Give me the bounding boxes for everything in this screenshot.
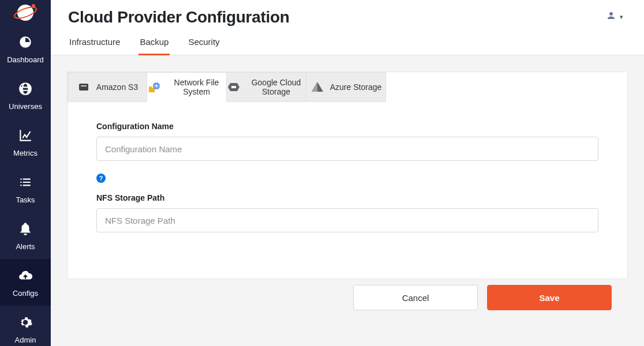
form-group-nfs-path: NFS Storage Path xyxy=(96,193,598,232)
subtab-infrastructure[interactable]: Infrastructure xyxy=(68,37,121,55)
svg-rect-7 xyxy=(81,85,87,86)
svg-rect-9 xyxy=(149,86,152,88)
content-area: Amazon S3 Network File System xyxy=(51,55,644,346)
subtab-label: Security xyxy=(188,37,219,47)
config-card: Amazon S3 Network File System xyxy=(67,72,628,279)
cancel-button[interactable]: Cancel xyxy=(353,285,478,310)
chevron-down-icon: ▾ xyxy=(620,13,623,21)
provider-tab-nfs[interactable]: Network File System xyxy=(147,72,227,102)
svg-rect-6 xyxy=(79,84,88,91)
page-title: Cloud Provider Configuration xyxy=(68,8,290,27)
bell-icon xyxy=(18,221,33,239)
config-name-input[interactable] xyxy=(96,137,598,161)
nfs-path-label: NFS Storage Path xyxy=(96,193,598,202)
globe-icon xyxy=(18,81,33,99)
sidebar-item-label: Tasks xyxy=(16,195,35,204)
cloud-upload-icon xyxy=(18,268,33,285)
sidebar-item-label: Admin xyxy=(15,336,36,344)
user-menu[interactable]: ▾ xyxy=(602,8,627,25)
sidebar: Dashboard Universes Metrics Tasks Alerts xyxy=(0,0,51,346)
config-name-label: Configuration Name xyxy=(96,122,598,131)
provider-tabs: Amazon S3 Network File System xyxy=(68,72,627,102)
sidebar-item-label: Alerts xyxy=(16,242,35,251)
svg-point-3 xyxy=(22,43,24,44)
svg-rect-12 xyxy=(231,86,236,88)
sidebar-item-alerts[interactable]: Alerts xyxy=(0,212,51,259)
sidebar-item-admin[interactable]: Admin xyxy=(0,306,51,346)
topbar: Cloud Provider Configuration ▾ Infrastru… xyxy=(51,0,644,55)
chart-icon xyxy=(18,128,33,145)
dashboard-icon xyxy=(18,35,33,52)
sidebar-item-configs[interactable]: Configs xyxy=(0,259,51,306)
svg-marker-14 xyxy=(312,82,317,92)
main-area: Cloud Provider Configuration ▾ Infrastru… xyxy=(51,0,644,346)
provider-tab-label: Network File System xyxy=(167,78,226,96)
app-logo xyxy=(0,0,51,25)
sidebar-item-universes[interactable]: Universes xyxy=(0,72,51,119)
provider-tab-amazon-s3[interactable]: Amazon S3 xyxy=(68,72,147,102)
form-group-config-name: Configuration Name xyxy=(96,122,598,161)
subtab-label: Backup xyxy=(140,37,169,47)
svg-rect-8 xyxy=(149,88,155,92)
sidebar-item-label: Universes xyxy=(9,102,42,111)
planet-logo-icon xyxy=(13,0,38,25)
nfs-icon xyxy=(147,80,161,94)
subtabs: Infrastructure Backup Security xyxy=(68,37,627,55)
subtab-label: Infrastructure xyxy=(69,37,120,47)
list-icon xyxy=(18,175,33,192)
provider-tab-label: Amazon S3 xyxy=(96,82,138,92)
svg-point-5 xyxy=(27,43,29,44)
help-icon[interactable]: ? xyxy=(96,174,106,183)
svg-point-4 xyxy=(25,44,27,46)
sidebar-item-label: Metrics xyxy=(13,149,38,157)
sidebar-item-dashboard[interactable]: Dashboard xyxy=(0,25,51,72)
gcs-icon xyxy=(227,80,241,94)
svg-point-2 xyxy=(32,4,35,7)
azure-icon xyxy=(310,80,324,94)
provider-tab-label: Google Cloud Storage xyxy=(246,78,306,96)
provider-tab-label: Azure Storage xyxy=(330,82,382,92)
gear-icon xyxy=(18,315,33,332)
sidebar-item-label: Configs xyxy=(13,289,38,298)
provider-tab-azure[interactable]: Azure Storage xyxy=(306,72,386,102)
sidebar-item-tasks[interactable]: Tasks xyxy=(0,166,51,212)
save-button[interactable]: Save xyxy=(487,285,612,310)
form-body: Configuration Name ? NFS Storage Path xyxy=(68,102,627,279)
subtab-security[interactable]: Security xyxy=(187,37,220,55)
subtab-backup[interactable]: Backup xyxy=(138,37,170,55)
aws-icon xyxy=(77,80,91,94)
sidebar-item-label: Dashboard xyxy=(7,55,44,64)
nfs-path-input[interactable] xyxy=(96,208,598,232)
provider-tab-gcs[interactable]: Google Cloud Storage xyxy=(227,72,306,102)
user-icon xyxy=(606,10,616,23)
button-row: Cancel Save xyxy=(67,279,628,321)
sidebar-item-metrics[interactable]: Metrics xyxy=(0,119,51,166)
